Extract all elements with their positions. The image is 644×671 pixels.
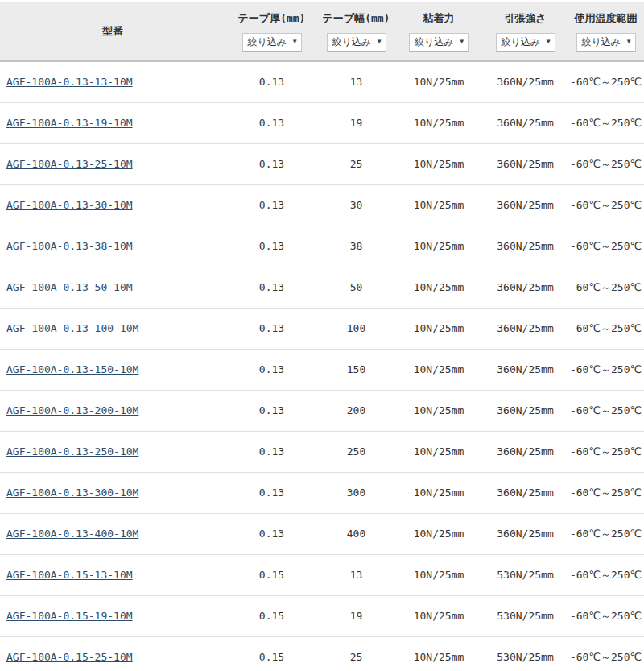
temp_range-value: -60℃～250℃ — [568, 349, 644, 390]
model-cell: AGF-100A-0.13-150-10M — [0, 349, 225, 390]
model-link[interactable]: AGF-100A-0.13-150-10M — [6, 363, 138, 375]
column-header-tensile-label: 引張強さ — [504, 11, 546, 26]
column-header-width-label: テープ幅(mm) — [323, 11, 390, 26]
tensile-value: 360N/25mm — [483, 267, 568, 308]
table-body: AGF-100A-0.13-13-10M0.131310N/25mm360N/2… — [0, 61, 644, 671]
model-cell: AGF-100A-0.13-100-10M — [0, 308, 225, 349]
model-cell: AGF-100A-0.13-50-10M — [0, 267, 225, 308]
model-link[interactable]: AGF-100A-0.13-200-10M — [6, 404, 138, 416]
adhesion-value: 10N/25mm — [394, 595, 483, 636]
model-link[interactable]: AGF-100A-0.13-30-10M — [6, 199, 133, 211]
thickness-filter-dropdown[interactable]: 絞り込み ▼ — [242, 33, 302, 51]
temp_range-value: -60℃～250℃ — [568, 513, 644, 554]
column-header-width: テープ幅(mm) 絞り込み ▼ — [318, 2, 394, 61]
adhesion-value: 10N/25mm — [394, 390, 483, 431]
temp_range-value: -60℃～250℃ — [568, 472, 644, 513]
width-value: 200 — [318, 390, 394, 431]
table-row: AGF-100A-0.13-25-10M0.132510N/25mm360N/2… — [0, 143, 644, 184]
adhesion-value: 10N/25mm — [394, 513, 483, 554]
thickness-value: 0.15 — [225, 636, 318, 671]
width-value: 300 — [318, 472, 394, 513]
model-link[interactable]: AGF-100A-0.13-19-10M — [6, 117, 133, 129]
thickness-value: 0.13 — [225, 102, 318, 143]
adhesion-value: 10N/25mm — [394, 61, 483, 102]
table-row: AGF-100A-0.13-19-10M0.131910N/25mm360N/2… — [0, 102, 644, 143]
temp_range-value: -60℃～250℃ — [568, 184, 644, 226]
model-link[interactable]: AGF-100A-0.13-100-10M — [6, 322, 138, 334]
column-header-temp-range: 使用温度範囲 絞り込み ▼ — [568, 2, 644, 61]
model-link[interactable]: AGF-100A-0.13-400-10M — [6, 528, 138, 540]
temp_range-value: -60℃～250℃ — [568, 390, 644, 431]
filter-label: 絞り込み — [502, 36, 541, 48]
model-link[interactable]: AGF-100A-0.13-25-10M — [6, 158, 133, 170]
column-header-thickness: テープ厚(mm) 絞り込み ▼ — [225, 2, 318, 61]
adhesion-value: 10N/25mm — [394, 349, 483, 390]
model-link[interactable]: AGF-100A-0.15-19-10M — [6, 610, 133, 622]
column-header-adhesion-label: 粘着力 — [423, 11, 455, 26]
tensile-value: 360N/25mm — [483, 102, 568, 143]
table-row: AGF-100A-0.13-400-10M0.1340010N/25mm360N… — [0, 513, 644, 554]
thickness-value: 0.13 — [225, 390, 318, 431]
temp_range-value: -60℃～250℃ — [568, 308, 644, 349]
column-header-adhesion: 粘着力 絞り込み ▼ — [394, 2, 483, 61]
thickness-value: 0.13 — [225, 472, 318, 513]
model-cell: AGF-100A-0.15-13-10M — [0, 554, 225, 595]
chevron-down-icon: ▼ — [547, 39, 551, 45]
chevron-down-icon: ▼ — [627, 39, 631, 45]
filter-label: 絞り込み — [248, 36, 287, 48]
model-link[interactable]: AGF-100A-0.13-300-10M — [6, 487, 138, 499]
thickness-value: 0.13 — [225, 184, 318, 226]
filter-label: 絞り込み — [582, 36, 621, 48]
width-value: 25 — [318, 636, 394, 671]
thickness-value: 0.15 — [225, 554, 318, 595]
model-link[interactable]: AGF-100A-0.13-250-10M — [6, 445, 138, 458]
model-link[interactable]: AGF-100A-0.13-38-10M — [6, 240, 133, 252]
adhesion-value: 10N/25mm — [394, 102, 483, 143]
adhesion-value: 10N/25mm — [394, 636, 483, 671]
tensile-value: 360N/25mm — [483, 308, 568, 349]
model-cell: AGF-100A-0.13-25-10M — [0, 143, 225, 184]
temp_range-value: -60℃～250℃ — [568, 431, 644, 472]
width-filter-dropdown[interactable]: 絞り込み ▼ — [327, 33, 386, 51]
tensile-value: 360N/25mm — [483, 226, 568, 267]
tensile-filter-dropdown[interactable]: 絞り込み ▼ — [496, 33, 555, 51]
chevron-down-icon: ▼ — [460, 39, 464, 45]
model-cell: AGF-100A-0.13-13-10M — [0, 61, 225, 102]
table-row: AGF-100A-0.13-38-10M0.133810N/25mm360N/2… — [0, 226, 644, 267]
model-link[interactable]: AGF-100A-0.13-13-10M — [6, 76, 133, 88]
table-header: 型番 テープ厚(mm) 絞り込み ▼ テープ幅(mm) — [0, 2, 644, 61]
thickness-value: 0.13 — [225, 143, 318, 184]
table-row: AGF-100A-0.13-50-10M0.135010N/25mm360N/2… — [0, 267, 644, 308]
chevron-down-icon: ▼ — [378, 39, 382, 45]
adhesion-value: 10N/25mm — [394, 267, 483, 308]
temp_range-value: -60℃～250℃ — [568, 267, 644, 308]
width-value: 19 — [318, 595, 394, 636]
width-value: 13 — [318, 61, 394, 102]
temp_range-value: -60℃～250℃ — [568, 143, 644, 184]
temp_range-value: -60℃～250℃ — [568, 554, 644, 595]
adhesion-filter-dropdown[interactable]: 絞り込み ▼ — [409, 33, 469, 51]
model-link[interactable]: AGF-100A-0.15-25-10M — [6, 651, 133, 663]
thickness-value: 0.13 — [225, 431, 318, 472]
width-value: 19 — [318, 102, 394, 143]
model-cell: AGF-100A-0.15-25-10M — [0, 636, 225, 671]
width-value: 38 — [318, 226, 394, 267]
adhesion-value: 10N/25mm — [394, 431, 483, 472]
model-cell: AGF-100A-0.13-400-10M — [0, 513, 225, 554]
filter-label: 絞り込み — [332, 36, 372, 48]
model-link[interactable]: AGF-100A-0.13-50-10M — [6, 281, 133, 293]
temp_range-value: -60℃～250℃ — [568, 61, 644, 102]
tensile-value: 360N/25mm — [483, 61, 568, 102]
table-row: AGF-100A-0.13-100-10M0.1310010N/25mm360N… — [0, 308, 644, 349]
table-row: AGF-100A-0.15-13-10M0.151310N/25mm530N/2… — [0, 554, 644, 595]
temp_range-value: -60℃～250℃ — [568, 226, 644, 267]
width-value: 400 — [318, 513, 394, 554]
width-value: 30 — [318, 184, 394, 226]
model-link[interactable]: AGF-100A-0.15-13-10M — [6, 569, 133, 581]
temp-range-filter-dropdown[interactable]: 絞り込み ▼ — [576, 33, 636, 51]
column-header-model: 型番 — [0, 2, 225, 61]
model-cell: AGF-100A-0.13-30-10M — [0, 184, 225, 226]
adhesion-value: 10N/25mm — [394, 554, 483, 595]
column-header-temp-range-label: 使用温度範囲 — [575, 11, 638, 26]
temp_range-value: -60℃～250℃ — [568, 102, 644, 143]
